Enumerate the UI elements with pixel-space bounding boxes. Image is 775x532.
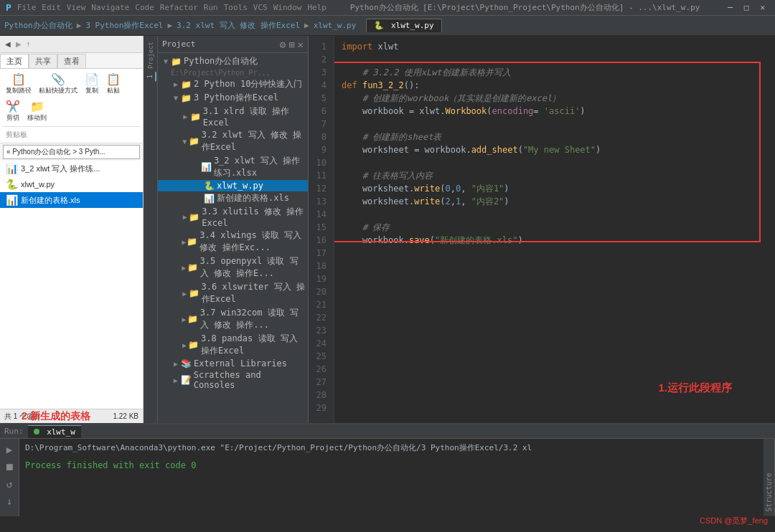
tree-item-12[interactable]: ▶ 📁 3.8 pandas 读取 写入 操作Excel	[158, 332, 308, 358]
project-tree-panel: Project ⚙ ⊞ ✕ ▼ 📁 Python办公自动化 E:\Project…	[158, 36, 309, 423]
sidebar-tab-1[interactable]: 1	[145, 72, 156, 81]
move-to-icon: 📁	[30, 100, 44, 113]
paste-button[interactable]: 📋 粘贴	[103, 71, 123, 97]
rerun-button[interactable]: ↺	[1, 476, 17, 492]
menu-run[interactable]: Run	[204, 3, 218, 12]
panel-icon-cog[interactable]: ⚙	[280, 39, 286, 50]
tab-share[interactable]: 共享	[29, 54, 57, 68]
copy-icon: 📄	[85, 72, 99, 86]
line-numbers: 1 2 3 4 5 6 7 8 9 10 11 12 13 14 15 16 1	[309, 36, 334, 423]
menu-edit[interactable]: Edit	[42, 3, 61, 12]
tree-arrow-root: ▼	[161, 57, 171, 65]
ln-15: 15	[311, 221, 331, 234]
run-panel: Run: xlwt_w ▶ ⏹ ↺ ↓ D:\Program_Software\…	[0, 423, 775, 516]
annotation-run: 1.运行此段程序	[658, 381, 732, 394]
breadcrumb-3python[interactable]: 3 Python操作Excel	[85, 20, 163, 31]
code-line-11: # 往表格写入内容	[342, 169, 768, 182]
copy-button[interactable]: 📄 复制	[82, 71, 102, 97]
tree-item-9[interactable]: ▶ 📁 3.5 openpyxl 读取 写入 修改 操作E...	[158, 255, 308, 280]
tree-item-3[interactable]: ▼ 📁 3.2 xlwt 写入 修改 操作Excel	[158, 128, 308, 154]
ln-13: 13	[311, 195, 331, 208]
minimize-button[interactable]: ─	[723, 3, 737, 12]
paste-shortcut-button[interactable]: 📎 粘贴快捷方式	[36, 71, 80, 97]
run-main: D:\Program_Software\Anaconda3\python.exe…	[19, 439, 764, 516]
tree-item-14[interactable]: ▶ 📝 Scratches and Consoles	[158, 369, 308, 391]
close-button[interactable]: ✕	[756, 3, 769, 12]
ln-18: 18	[311, 260, 331, 272]
file-label-xls2: 新创建的表格.xls	[21, 195, 80, 206]
toolbar-project-label[interactable]: Python办公自动化	[4, 20, 72, 31]
tree-item-5-selected[interactable]: 🐍 xlwt_w.py	[158, 180, 308, 191]
forward-button[interactable]: ▶	[14, 39, 24, 49]
menu-help[interactable]: Help	[307, 3, 327, 12]
tree-item-0[interactable]: ▶ 📁 2 Python 10分钟快速入门	[158, 77, 308, 91]
code-line-7	[342, 118, 768, 130]
file-item-py[interactable]: 🐍 xlwt_w.py	[0, 176, 143, 192]
scroll-end-button[interactable]: ↓	[1, 493, 17, 509]
ln-16: 16	[311, 234, 331, 247]
copy-path-button[interactable]: 📋 复制路径	[3, 71, 34, 97]
editor-tab-active[interactable]: 🐍 xlwt_w.py	[366, 19, 441, 32]
breadcrumb-file[interactable]: xlwt_w.py	[314, 21, 357, 30]
xls-icon-tree-1: 📊	[201, 162, 212, 172]
tree-item-4[interactable]: 📊 3_2 xlwt 写入 操作练习.xlsx	[158, 154, 308, 180]
back-button[interactable]: ◀	[3, 39, 13, 49]
menu-window[interactable]: Window	[273, 3, 302, 12]
paste-icon: 📋	[106, 72, 121, 86]
play-button[interactable]: ▶	[1, 442, 17, 457]
tree-item-11[interactable]: ▶ 📁 3.7 win32com 读取 写入 修改 操作...	[158, 306, 308, 332]
file-item-xls2-selected[interactable]: 📊 新创建的表格.xls	[0, 192, 143, 208]
sidebar-tab-project[interactable]: Project	[146, 39, 156, 72]
ln-1: 1	[311, 40, 331, 53]
tree-label-5: xlwt_w.py	[217, 181, 263, 191]
cut-button[interactable]: ✂️ 剪切	[3, 98, 23, 124]
tab-view[interactable]: 查看	[57, 54, 86, 68]
panel-icon-close[interactable]: ✕	[298, 39, 304, 50]
stop-button[interactable]: ⏹	[1, 459, 17, 475]
menu-view[interactable]: View	[67, 3, 86, 12]
code-lines[interactable]: import xlwt # 3.2.2 使用xLwt创建新表格并写入 def f…	[334, 36, 775, 423]
win-address-bar[interactable]: « Python办公自动化 > 3 Pyth...	[3, 145, 140, 159]
tree-arrow-3: ▼	[181, 138, 189, 146]
tab-home[interactable]: 主页	[0, 54, 29, 68]
tree-item-7[interactable]: ▶ 📁 3.3 xlutils 修改 操作Excel	[158, 205, 308, 229]
menu-refactor[interactable]: Refactor	[160, 3, 198, 12]
ln-4: 4	[311, 79, 331, 92]
breadcrumb-3-2[interactable]: 3.2 xlwt 写入 修改 操作Excel	[177, 20, 300, 31]
structure-tab[interactable]: Structure	[764, 439, 775, 516]
file-item-xls1[interactable]: 📊 3_2 xlwt 写入 操作练...	[0, 161, 143, 176]
toolbar: Python办公自动化 ▶ 3 Python操作Excel ▶ 3.2 xlwt…	[0, 16, 775, 36]
move-to-button[interactable]: 📁 移动到	[24, 98, 50, 124]
menu-file[interactable]: File	[17, 3, 37, 12]
ext-lib-icon: 📚	[181, 358, 192, 369]
code-line-15: # 保存	[342, 221, 768, 234]
annotation-new-file: 2.新生成的表格	[22, 410, 90, 423]
tree-root[interactable]: ▼ 📁 Python办公自动化	[158, 54, 308, 68]
tree-item-10[interactable]: ▶ 📁 3.6 xlswriter 写入 操作Excel	[158, 280, 308, 306]
run-tab-file[interactable]: xlwt_w	[28, 425, 81, 438]
tree-item-8[interactable]: ▶ 📁 3.4 xlwings 读取 写入 修改 操作Exc...	[158, 229, 308, 255]
menu-tools[interactable]: Tools	[224, 3, 248, 12]
panel-icon-expand[interactable]: ⊞	[288, 39, 294, 50]
menu-navigate[interactable]: Navigate	[91, 3, 129, 12]
tree-arrow-9: ▶	[181, 264, 187, 272]
tree-item-6[interactable]: 📊 新创建的表格.xls	[158, 191, 308, 205]
copy-label: 复制	[85, 86, 98, 95]
tree-item-2[interactable]: ▶ 📁 3.1 xlrd 读取 操作Excel	[158, 105, 308, 128]
run-command-line: D:\Program_Software\Anaconda3\python.exe…	[25, 442, 758, 455]
file-label-xls1: 3_2 xlwt 写入 操作练...	[21, 163, 100, 174]
up-button[interactable]: ↑	[24, 39, 32, 49]
maximize-button[interactable]: □	[740, 3, 753, 12]
code-line-16: workbook.save("新创建的表格.xls")	[342, 234, 768, 247]
code-line-20	[342, 285, 768, 298]
code-line-25	[342, 350, 768, 363]
tree-item-1[interactable]: ▼ 📁 3 Python操作Excel	[158, 91, 308, 105]
code-editor: 1 2 3 4 5 6 7 8 9 10 11 12 13 14 15 16 1	[309, 36, 775, 423]
copy-path-icon: 📋	[11, 72, 26, 86]
menu-vcs[interactable]: VCS	[253, 3, 268, 12]
panel-title: Project	[162, 39, 195, 49]
run-layout: ▶ ⏹ ↺ ↓ D:\Program_Software\Anaconda3\py…	[0, 439, 775, 516]
tree-item-13[interactable]: ▶ 📚 External Libraries	[158, 358, 308, 369]
menu-code[interactable]: Code	[135, 3, 154, 12]
code-line-2	[342, 53, 768, 66]
